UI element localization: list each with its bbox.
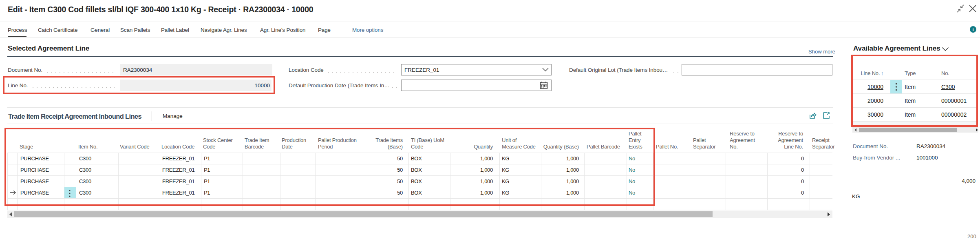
svg-text:i: i [972, 27, 973, 32]
